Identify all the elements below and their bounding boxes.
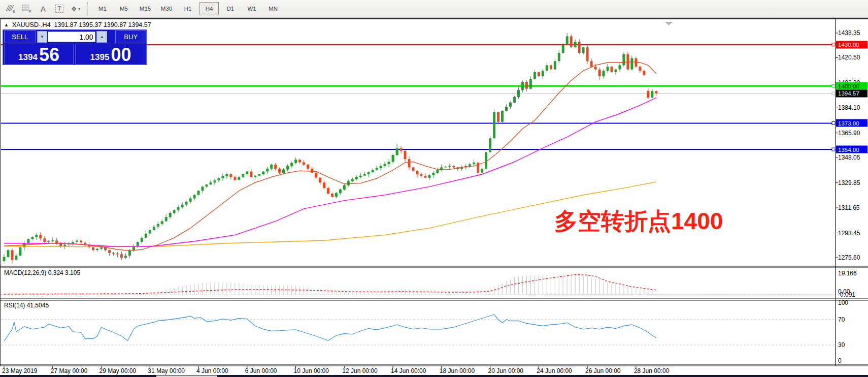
bid-price-big: 56 — [39, 47, 59, 63]
price-tick-label: 1365.90 — [838, 130, 860, 137]
one-click-trade-panel: SELL ▼ ▲ BUY 1394 56 1395 00 — [3, 29, 147, 65]
date-tick-label: 24 Jun 00:00 — [537, 367, 572, 374]
horizontal-scrollbar[interactable] — [0, 375, 868, 377]
price-tick-label: 1275.60 — [838, 254, 860, 261]
chart-annotation-text: 多空转折点1400 — [554, 209, 723, 233]
volume-decrease-button[interactable]: ▼ — [37, 31, 48, 43]
chart-window: ▲ XAUUSD-,H4 1391.87 1395.37 1390.87 139… — [0, 18, 868, 377]
price-tick-label: 1420.50 — [838, 54, 860, 61]
rsi-axis-label: 70 — [838, 316, 845, 323]
macd-indicator-label: MACD(12,26,9) 0.324 3.105 — [4, 269, 80, 276]
ask-price-big: 00 — [111, 47, 131, 63]
toolbar-separator — [87, 2, 90, 15]
date-tick-label: 14 Jun 00:00 — [391, 367, 426, 374]
rsi-axis-label: 0 — [838, 357, 842, 364]
date-tick-label: 4 Jun 00:00 — [196, 367, 228, 374]
price-tick-label: 1384.10 — [838, 104, 860, 111]
volume-input[interactable] — [48, 32, 95, 42]
symbol-header: ▲ XAUUSD-,H4 1391.87 1395.37 1390.87 139… — [4, 21, 151, 28]
bid-price-display[interactable]: 1394 56 — [4, 44, 74, 65]
rsi-axis-label: 100 — [838, 299, 848, 306]
text-box-icon[interactable]: T — [53, 2, 66, 15]
date-tick-label: 18 Jun 00:00 — [440, 367, 475, 374]
price-badge-1400-00: 1400.00 — [836, 82, 867, 90]
price-tick-label: 1438.35 — [838, 29, 860, 37]
sell-button[interactable]: SELL — [4, 30, 36, 43]
caret-down-icon: ▾ — [78, 7, 80, 11]
diamond-arrows-icon[interactable]: ❖▾ — [69, 2, 82, 15]
date-tick-label: 26 Jun 00:00 — [585, 367, 620, 374]
timeframe-button-h4[interactable]: H4 — [199, 2, 219, 15]
date-tick-label: 10 Jun 00:00 — [294, 367, 329, 374]
buy-button[interactable]: BUY — [115, 30, 146, 43]
timeframe-button-mn[interactable]: MN — [263, 2, 283, 15]
price-badge-1373-00: 1373.00 — [836, 119, 867, 127]
timeframe-button-w1[interactable]: W1 — [242, 2, 261, 15]
date-tick-label: 29 May 00:00 — [99, 367, 137, 374]
rsi-indicator-label: RSI(14) 41.5045 — [4, 302, 49, 309]
volume-increase-button[interactable]: ▲ — [96, 31, 107, 43]
ask-price-small: 1395 — [90, 53, 110, 61]
timeframe-button-m30[interactable]: M30 — [157, 2, 176, 15]
label-a-icon[interactable]: A — [37, 2, 50, 15]
bid-price-small: 1394 — [18, 53, 38, 61]
price-tick-label: 1293.45 — [838, 230, 860, 237]
timeframe-button-m15[interactable]: M15 — [136, 2, 155, 15]
timeframe-button-m5[interactable]: M5 — [114, 2, 133, 15]
timeframe-group: M1M5M15M30H1H4D1W1MN — [93, 2, 285, 15]
svg-text:F: F — [29, 10, 31, 13]
timeframe-button-m1[interactable]: M1 — [93, 2, 112, 15]
date-tick-label: 31 May 00:00 — [148, 367, 185, 374]
draw-hatch-icon[interactable]: E — [4, 2, 17, 15]
timeframe-button-d1[interactable]: D1 — [221, 2, 240, 15]
macd-axis-label: 19.166 — [838, 270, 857, 277]
ask-price-display[interactable]: 1395 00 — [75, 44, 146, 65]
price-badge-1430-00: 1430.00 — [836, 41, 867, 48]
draw-grid-icon[interactable]: F — [20, 2, 34, 15]
timeframe-button-h1[interactable]: H1 — [178, 2, 197, 15]
trade-panel-top-row: SELL ▼ ▲ BUY — [3, 30, 146, 44]
symbol-ohlc: 1391.87 1395.37 1390.87 1394.57 — [54, 21, 151, 28]
date-tick-label: 23 May 2019 — [2, 367, 37, 374]
toolbar: M1M5M15M30H1H4D1W1MN EFAT❖▾ — [0, 0, 868, 18]
price-tick-label: 1311.65 — [838, 204, 860, 211]
date-tick-label: 28 Jun 00:00 — [634, 367, 669, 374]
date-tick-label: 6 Jun 00:00 — [245, 367, 277, 374]
chart-canvas[interactable] — [0, 19, 868, 377]
price-badge-1394-57: 1394.57 — [836, 89, 867, 97]
price-tick-label: 1329.85 — [838, 179, 860, 186]
price-badge-1354-00: 1354.00 — [836, 146, 867, 153]
macd-axis-label: -0.091 — [838, 291, 855, 298]
date-tick-label: 27 May 00:00 — [51, 367, 88, 374]
date-tick-label: 12 Jun 00:00 — [342, 367, 377, 374]
symbol-name: XAUUSD-,H4 — [12, 21, 51, 28]
date-tick-label: 20 Jun 00:00 — [488, 367, 523, 374]
price-tick-label: 1348.05 — [838, 154, 860, 161]
collapse-arrow-icon[interactable]: ▲ — [4, 22, 9, 27]
rsi-axis-label: 30 — [838, 341, 845, 349]
svg-text:E: E — [13, 10, 15, 13]
